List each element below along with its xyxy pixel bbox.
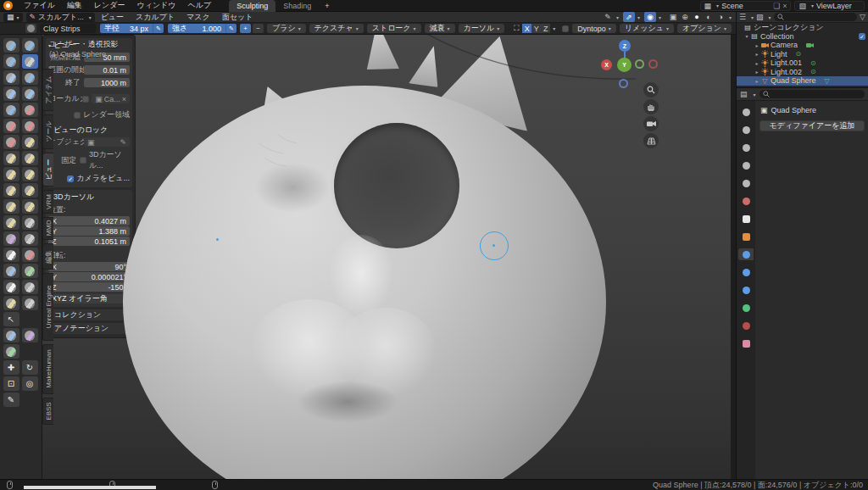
outliner-item-light.002[interactable]: ▸Light.002⊙ <box>737 68 868 77</box>
outliner-item-light.001[interactable]: ▸Light.001⊙ <box>737 58 868 68</box>
panel-コレクション[interactable]: ▸コレクション <box>46 309 132 320</box>
menu-ウィンドウ[interactable]: ウィンドウ <box>131 0 181 11</box>
brush-slide-relax[interactable] <box>3 215 19 230</box>
vp-menu-ビュー[interactable]: ビュー <box>95 12 130 23</box>
sidebar-tab-EBSS[interactable]: EBSS <box>42 398 53 426</box>
unlink-scene-icon[interactable]: × <box>782 2 787 10</box>
brush-multiplane-scrape[interactable] <box>22 135 38 149</box>
properties-tab-texture[interactable] <box>738 337 754 349</box>
brush-crease[interactable] <box>3 103 19 117</box>
symmetry-y-toggle[interactable]: Y <box>531 24 541 33</box>
blender-logo-icon[interactable] <box>3 1 13 10</box>
remove-brush-button[interactable]: − <box>253 24 264 33</box>
properties-tab-world[interactable] <box>738 195 754 207</box>
brush-rotate[interactable] <box>22 199 38 214</box>
brush-box-hide[interactable] <box>22 328 38 342</box>
shading-rendered-icon[interactable]: ◑ <box>715 12 726 22</box>
dropdown-減衰[interactable]: 減衰▾ <box>425 24 455 33</box>
collection-checkbox-icon[interactable]: ✓ <box>859 33 865 40</box>
sidebar-tab-編集[interactable]: 編集 <box>42 243 53 270</box>
brush-scrape[interactable] <box>3 135 19 149</box>
panel-アノテーション[interactable]: ▸アノテーション <box>46 323 132 334</box>
brush-paint[interactable] <box>3 280 19 294</box>
brush-datablock[interactable]: Clay Strips <box>40 24 96 33</box>
brush-elastic-deform[interactable] <box>3 167 19 181</box>
pan-hand-icon[interactable] <box>643 99 659 114</box>
brush-snake-hook[interactable] <box>22 167 38 181</box>
symmetry-x-toggle[interactable]: X <box>522 24 531 33</box>
properties-tab-collection[interactable] <box>738 213 754 225</box>
properties-tab-tool[interactable] <box>738 106 754 118</box>
axis-z-handle[interactable]: Z <box>619 40 631 52</box>
scene-selector[interactable]: ▦ ▾ Scene ❏ × <box>700 1 792 11</box>
add-modifier-button[interactable]: モディファイアーを追加 <box>760 120 865 131</box>
strength-pressure-icon[interactable]: ✎ <box>225 24 236 33</box>
properties-tab-modifiers[interactable] <box>738 248 754 260</box>
properties-tab-scene[interactable] <box>738 177 754 189</box>
dropdown-カーソル[interactable]: カーソル▾ <box>459 24 505 33</box>
cursor-rotation-y-field[interactable]: Y0.000021° <box>48 272 130 281</box>
workspace-tab-sculpting[interactable]: Sculpting <box>229 0 275 12</box>
brush-transform[interactable]: ◎ <box>22 376 38 391</box>
display-mode-icon[interactable]: ☰ <box>739 13 746 21</box>
brush-color-filter[interactable] <box>3 296 19 310</box>
brush-layer[interactable] <box>22 70 38 85</box>
camera-view-icon[interactable] <box>643 116 659 131</box>
brush-grab[interactable] <box>22 151 38 165</box>
brush-rotate-tool[interactable]: ↻ <box>22 360 38 375</box>
sidebar-tab-ツール[interactable]: ツール <box>42 114 53 149</box>
axis-x-handle[interactable]: X <box>601 59 612 70</box>
sidebar-tab-VRM[interactable]: VRM <box>42 190 53 214</box>
radius-slider[interactable]: 半径34 px <box>100 24 153 33</box>
sidebar-tab-Unreal Engine[interactable]: Unreal Engine <box>42 273 53 341</box>
options-dropdown[interactable]: オプション▾ <box>677 24 732 33</box>
sidebar-tab-ビュー[interactable]: ビュー <box>42 153 53 187</box>
properties-search-input[interactable] <box>760 90 865 98</box>
properties-tab-output[interactable] <box>738 142 754 153</box>
brush-thumb[interactable] <box>3 183 19 198</box>
sidebar-tab-MakeHuman[interactable]: MakeHuman <box>42 344 53 394</box>
properties-tab-render[interactable] <box>738 124 754 136</box>
symmetry-z-toggle[interactable]: Z <box>541 24 550 33</box>
filter-funnel-icon[interactable]: ▽ <box>860 13 865 21</box>
brush-boundary[interactable] <box>22 215 38 230</box>
mode-selector[interactable]: ✎ スカルプト...▾ <box>26 13 95 22</box>
outliner-collection[interactable]: ▾▤Collection✓ <box>737 32 868 42</box>
sidebar-tab-MMD[interactable]: MMD <box>42 217 53 241</box>
brush-pose[interactable] <box>22 183 38 198</box>
proportional-edit-icon[interactable]: ◉ <box>644 12 656 22</box>
brush-blob[interactable] <box>22 86 38 101</box>
brush-smear[interactable] <box>22 280 38 294</box>
brush-draw-face-sets[interactable] <box>22 248 38 262</box>
menu-レンダー[interactable]: レンダー <box>88 0 131 11</box>
add-workspace-button[interactable]: + <box>319 2 335 10</box>
dropdown-テクスチャ[interactable]: テクスチャ▾ <box>309 24 364 33</box>
cursor-location-y-field[interactable]: Y1.388 m <box>48 226 130 236</box>
filter-type-icon[interactable]: ▧ <box>756 13 764 21</box>
show-gizmo-icon[interactable]: ▣ <box>667 12 679 22</box>
brush-simplify[interactable] <box>22 231 38 246</box>
cursor-rotation-z-field[interactable]: Z-150° <box>48 282 130 292</box>
remesh-dropdown[interactable]: リメッシュ▾ <box>620 24 674 33</box>
shading-solid-icon[interactable]: ● <box>691 12 703 22</box>
brush-box-mask[interactable] <box>3 328 19 342</box>
workspace-tab-shading[interactable]: Shading <box>275 0 319 12</box>
grid-perspective-icon[interactable] <box>643 133 659 148</box>
properties-tab-object[interactable] <box>738 231 754 242</box>
properties-tab-particles[interactable] <box>738 266 754 278</box>
strength-slider[interactable]: 強さ1.000 <box>168 24 225 33</box>
vp-menu-マスク[interactable]: マスク <box>181 12 216 23</box>
brush-mask[interactable] <box>3 248 19 262</box>
menu-ファイル[interactable]: ファイル <box>18 0 61 11</box>
axis-z-neg-handle[interactable] <box>619 79 628 88</box>
brush-nudge[interactable] <box>3 199 19 214</box>
brush-multires-displacement-smear[interactable] <box>22 264 38 278</box>
brush-draw[interactable] <box>3 38 19 53</box>
brush-face-set-edit[interactable] <box>3 344 19 359</box>
radius-pressure-icon[interactable]: ✎ <box>153 24 164 33</box>
properties-tab-view-layer[interactable] <box>738 159 754 171</box>
brush-move[interactable]: ✚ <box>3 360 19 375</box>
add-brush-button[interactable]: + <box>240 24 251 33</box>
editor-type-button[interactable]: ▦▾ <box>3 13 23 22</box>
navigation-gizmo[interactable]: Z X Y <box>598 38 669 140</box>
